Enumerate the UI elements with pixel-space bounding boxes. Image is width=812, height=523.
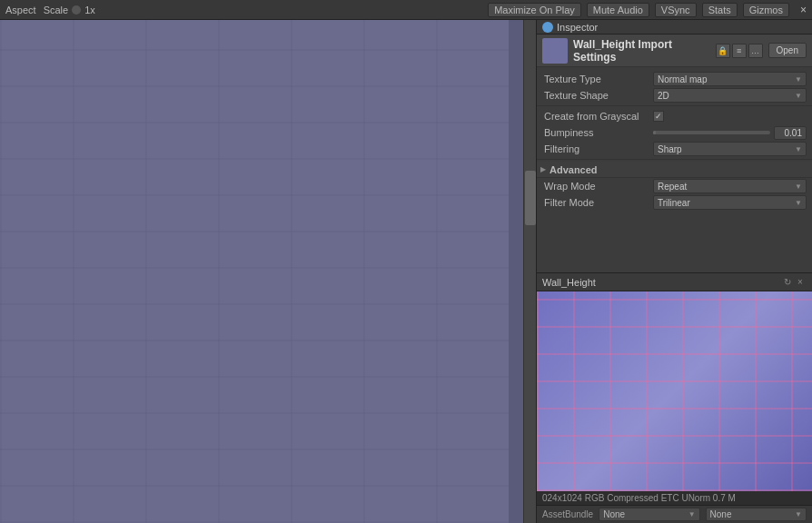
assetbundle-value-2: None <box>710 509 796 519</box>
inspector-properties: Texture Type Normal map ▼ Texture Shape … <box>537 67 812 272</box>
wrap-mode-dropdown-arrow: ▼ <box>795 183 802 191</box>
inspector-title: Inspector <box>557 22 598 33</box>
texture-type-dropdown-text: Normal map <box>658 74 795 84</box>
more-btn[interactable]: … <box>748 44 763 58</box>
bumpiness-value: 0.01 <box>653 126 807 140</box>
bumpiness-slider[interactable] <box>653 131 770 134</box>
texture-type-dropdown-arrow: ▼ <box>795 75 802 84</box>
asset-header-buttons: 🔒 ≡ … <box>716 44 763 58</box>
advanced-section-label: Advanced <box>550 164 598 175</box>
assetbundle-arrow-1: ▼ <box>688 510 696 518</box>
asset-icon <box>542 38 568 64</box>
open-button[interactable]: Open <box>768 43 807 58</box>
toolbar-buttons: Maximize On Play Mute Audio VSync Stats … <box>488 3 789 17</box>
texture-type-row: Texture Type Normal map ▼ <box>537 71 812 87</box>
texture-shape-value[interactable]: 2D ▼ <box>653 88 807 103</box>
preview-close-icon[interactable]: × <box>794 276 807 289</box>
filtering-dropdown-arrow: ▼ <box>795 145 802 153</box>
texture-type-label: Texture Type <box>544 74 653 84</box>
divider-2 <box>537 159 812 160</box>
bumpiness-row: Bumpiness 0.01 <box>537 124 812 141</box>
menu-btn[interactable]: ≡ <box>732 44 747 58</box>
wrap-mode-dropdown-text: Repeat <box>658 182 795 192</box>
wrap-mode-dropdown[interactable]: Repeat ▼ <box>653 179 807 193</box>
assetbundle-dropdown-2[interactable]: None ▼ <box>706 508 807 521</box>
gizmos-btn[interactable]: Gizmos <box>743 3 789 17</box>
scene-scrollbar[interactable] <box>523 20 536 523</box>
assetbundle-value-1: None <box>603 509 688 519</box>
filter-mode-value[interactable]: Trilinear ▼ <box>653 195 807 210</box>
asset-header: Wall_Height Import Settings 🔒 ≡ … Open <box>537 35 812 67</box>
lock-btn[interactable]: 🔒 <box>716 44 730 58</box>
scale-dot <box>72 5 81 15</box>
wrap-mode-label: Wrap Mode <box>544 181 653 192</box>
create-from-grayscale-value: ✓ <box>653 111 807 122</box>
bumpiness-number: 0.01 <box>774 126 807 140</box>
filter-mode-dropdown-arrow: ▼ <box>795 199 802 207</box>
assetbundle-row: AssetBundle None ▼ None ▼ <box>537 505 812 523</box>
scene-scrollbar-thumb[interactable] <box>525 171 536 225</box>
texture-shape-dropdown-arrow: ▼ <box>795 92 802 100</box>
assetbundle-label: AssetBundle <box>542 509 593 519</box>
advanced-section-header[interactable]: ▶ Advanced <box>537 162 812 178</box>
inspector-header: Inspector <box>537 20 812 35</box>
preview-info: 024x1024 RGB Compressed ETC UNorm 0.7 M <box>537 491 812 505</box>
filter-mode-dropdown[interactable]: Trilinear ▼ <box>653 195 807 210</box>
filtering-row: Filtering Sharp ▼ <box>537 141 812 157</box>
preview-section: Wall_Height ↻ × 024x1024 RGB Compressed … <box>537 272 812 505</box>
vsync-btn[interactable]: VSync <box>655 3 697 17</box>
filter-mode-dropdown-text: Trilinear <box>658 198 795 208</box>
assetbundle-arrow-2: ▼ <box>795 510 802 518</box>
close-icon[interactable]: × <box>800 4 807 16</box>
mute-audio-btn[interactable]: Mute Audio <box>587 3 649 17</box>
create-from-grayscale-checkbox[interactable]: ✓ <box>653 111 664 122</box>
bumpiness-slider-fill <box>653 131 656 134</box>
texture-shape-dropdown-text: 2D <box>658 91 795 101</box>
assetbundle-dropdown-1[interactable]: None ▼ <box>599 508 699 521</box>
filter-mode-row: Filter Mode Trilinear ▼ <box>537 194 812 211</box>
texture-type-dropdown[interactable]: Normal map ▼ <box>653 72 807 86</box>
texture-type-value[interactable]: Normal map ▼ <box>653 72 807 86</box>
scene-canvas <box>0 20 509 523</box>
checkbox-check-icon: ✓ <box>655 112 662 121</box>
filtering-dropdown-text: Sharp <box>658 144 795 154</box>
scale-control: Scale 1x <box>44 5 95 15</box>
preview-header: Wall_Height ↻ × <box>537 273 812 291</box>
main-content: Inspector Wall_Height Import Settings 🔒 … <box>0 20 812 523</box>
scale-label: Scale <box>44 5 69 15</box>
scale-value: 1x <box>84 5 95 15</box>
create-from-grayscale-label: Create from Grayscal <box>544 111 653 122</box>
filtering-label: Filtering <box>544 143 653 154</box>
aspect-label: Aspect <box>5 5 36 15</box>
preview-refresh-icon[interactable]: ↻ <box>781 276 794 289</box>
inspector-icon <box>542 22 553 33</box>
texture-shape-label: Texture Shape <box>544 90 653 101</box>
scene-view <box>0 20 536 523</box>
preview-title: Wall_Height <box>542 277 781 288</box>
preview-image <box>537 291 812 491</box>
filtering-value[interactable]: Sharp ▼ <box>653 142 807 156</box>
top-bar: Aspect Scale 1x Maximize On Play Mute Au… <box>0 0 812 20</box>
texture-shape-dropdown[interactable]: 2D ▼ <box>653 88 807 103</box>
inspector-panel: Inspector Wall_Height Import Settings 🔒 … <box>536 20 812 523</box>
bumpiness-label: Bumpiness <box>544 127 653 138</box>
filter-mode-label: Filter Mode <box>544 197 653 208</box>
stats-btn[interactable]: Stats <box>702 3 738 17</box>
wrap-mode-value[interactable]: Repeat ▼ <box>653 179 807 193</box>
filtering-dropdown[interactable]: Sharp ▼ <box>653 142 807 156</box>
wrap-mode-row: Wrap Mode Repeat ▼ <box>537 178 812 194</box>
divider-1 <box>537 105 812 106</box>
create-from-grayscale-row: Create from Grayscal ✓ <box>537 108 812 124</box>
preview-brick-pattern <box>537 291 812 491</box>
maximize-on-play-btn[interactable]: Maximize On Play <box>488 3 581 17</box>
advanced-arrow-icon: ▶ <box>540 165 546 173</box>
texture-shape-row: Texture Shape 2D ▼ <box>537 87 812 104</box>
asset-name: Wall_Height Import Settings <box>573 38 710 64</box>
